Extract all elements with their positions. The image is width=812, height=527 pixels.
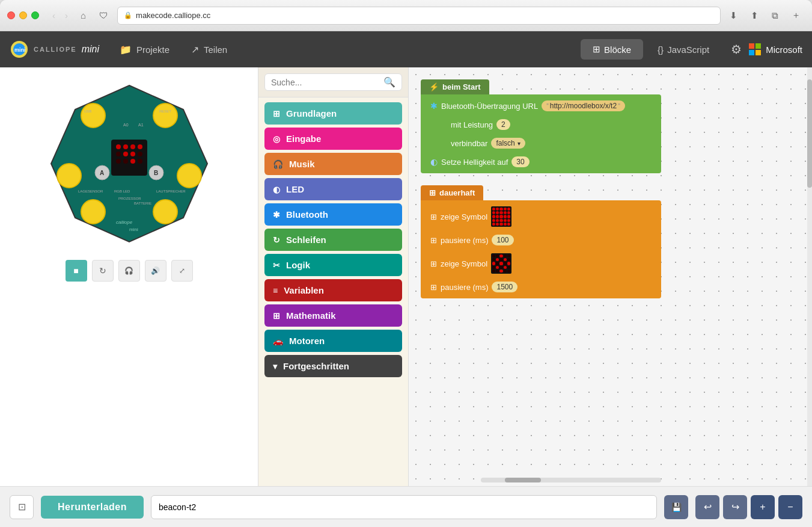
palette-panel: 🔍 ⊞ Grundlagen ◎ Eingabe 🎧 Musik [258, 67, 409, 486]
led-icon: ◐ [273, 185, 280, 194]
palette-item-musik[interactable]: 🎧 Musik [264, 153, 402, 175]
svg-point-7 [153, 200, 177, 224]
traffic-lights [7, 11, 39, 19]
svg-text:RESET: RESET [159, 109, 171, 113]
logo-area[interactable]: mini CALLIOPE mini [10, 40, 99, 59]
address-bar[interactable]: 🔒 makecode.calliope.cc [117, 7, 721, 25]
bluetooth-label: Bluetooth [286, 209, 328, 220]
search-input-wrap[interactable]: 🔍 [264, 73, 402, 91]
helligkeit-row: ◐ Setze Helligkeit auf 30 [427, 154, 655, 170]
palette-item-bluetooth[interactable]: ✱ Bluetooth [264, 203, 402, 226]
share-icon: ↗ [191, 44, 199, 55]
palette-item-mathematik[interactable]: ⊞ Mathematik [264, 304, 402, 327]
workspace: ⚡ beim Start ✱ Bluetooth-Übertragung URL… [409, 67, 812, 486]
headphones-icon: 🎧 [124, 267, 133, 275]
logik-icon: ✂ [273, 260, 280, 270]
nav-teilen[interactable]: ↗ Teilen [180, 31, 238, 67]
mathematik-label: Mathematik [286, 310, 336, 321]
browser-titlebar: ‹ › ⌂ 🛡 🔒 makecode.calliope.cc ⬇ ⬆ ⧉ ＋ [0, 0, 812, 31]
zeige-symbol-1-label: zeige Symbol [441, 212, 487, 221]
undo-button[interactable]: ↩ [695, 495, 719, 519]
bt-url-row: ✱ Bluetooth-Übertragung URL " http://moo… [427, 98, 655, 114]
bt-url-value[interactable]: " http://moodlebox/x/t2 " [542, 100, 625, 111]
pausiere-2-row: ⊞ pausiere (ms) 1500 [427, 279, 655, 295]
forward-button[interactable]: › [61, 8, 72, 22]
logo-calliope-text: CALLIOPE [34, 46, 77, 53]
herunterladen-button[interactable]: Herunterladen [41, 496, 144, 519]
helligkeit-value[interactable]: 30 [511, 156, 529, 167]
block-dauerhaft[interactable]: ⊞ dauerhaft ⊞ zeige Symbol [421, 185, 661, 298]
palette-item-schleifen[interactable]: ↻ Schleifen [264, 229, 402, 251]
add-tab-button[interactable]: ＋ [787, 7, 805, 23]
restart-button[interactable]: ↻ [92, 260, 114, 282]
fullscreen-button[interactable]: ⤢ [171, 260, 193, 282]
zeige-symbol-2-label: zeige Symbol [441, 259, 487, 268]
ms-squares-icon [749, 43, 761, 55]
sound-button[interactable]: 🔊 [145, 260, 166, 282]
headphones-button[interactable]: 🎧 [118, 260, 140, 282]
svg-point-20 [123, 159, 128, 164]
search-input[interactable] [271, 78, 380, 87]
motoren-label: Motoren [289, 336, 325, 346]
bt-symbol: ✱ [430, 101, 438, 111]
new-tab-button[interactable]: ⧉ [768, 8, 783, 23]
download-browser-button[interactable]: ⬇ [725, 8, 742, 23]
h-scrollbar[interactable] [481, 478, 661, 482]
settings-icon[interactable]: ⚙ [731, 42, 742, 57]
palette-item-grundlagen[interactable]: ⊞ Grundlagen [264, 102, 402, 125]
redo-icon: ↪ [731, 501, 739, 513]
palette-item-fortgeschritten[interactable]: ▾ Fortgeschritten [264, 355, 402, 377]
share-button[interactable]: ⬆ [746, 8, 763, 23]
v-scrollbar-thumb[interactable] [807, 79, 812, 188]
svg-point-19 [116, 159, 121, 164]
maximize-button[interactable] [31, 11, 39, 19]
microsoft-logo: Microsoft [749, 43, 802, 55]
leistung-value[interactable]: 2 [496, 119, 510, 130]
palette-item-eingabe[interactable]: ◎ Eingabe [264, 128, 402, 150]
svg-point-14 [138, 144, 142, 149]
h-scrollbar-thumb[interactable] [505, 478, 541, 482]
minimize-button[interactable] [19, 11, 27, 19]
motoren-icon: 🚗 [273, 336, 283, 346]
v-scrollbar[interactable] [807, 67, 812, 486]
svg-point-18 [138, 152, 142, 156]
shield-button[interactable]: 🛡 [95, 8, 112, 23]
bloecke-label: Blöcke [604, 45, 631, 55]
close-button[interactable] [7, 11, 15, 19]
svg-text:A: A [100, 170, 104, 176]
nav-projekte[interactable]: 📁 Projekte [109, 31, 180, 67]
musik-icon: 🎧 [273, 159, 283, 169]
back-button[interactable]: ‹ [49, 8, 59, 22]
home-button[interactable]: ⌂ [76, 8, 90, 23]
pausiere-2-value[interactable]: 1500 [492, 282, 517, 292]
svg-point-13 [130, 144, 135, 149]
palette-item-logik[interactable]: ✂ Logik [264, 254, 402, 276]
led-matrix-2[interactable] [491, 253, 511, 274]
helligkeit-label: Setze Helligkeit auf [441, 158, 508, 167]
palette-item-motoren[interactable]: 🚗 Motoren [264, 330, 402, 352]
zoom-out-button[interactable]: − [778, 495, 802, 519]
zoom-in-button[interactable]: + [751, 495, 775, 519]
redo-button[interactable]: ↪ [723, 495, 747, 519]
save-button[interactable]: 💾 [664, 495, 688, 519]
palette-item-variablen[interactable]: ≡ Variablen [264, 279, 402, 301]
pausiere-2-label: pausiere (ms) [441, 283, 488, 292]
verbindbar-value[interactable]: falsch ▾ [491, 138, 525, 149]
block-beim-start[interactable]: ⚡ beim Start ✱ Bluetooth-Übertragung URL… [421, 79, 661, 173]
tab-javascript[interactable]: {} JavaScript [646, 39, 721, 60]
sound-icon: 🔊 [151, 267, 160, 275]
svg-point-5 [153, 103, 177, 128]
dauerhaft-label: dauerhaft [439, 188, 475, 197]
led-matrix-1[interactable] [491, 206, 511, 227]
stop-button[interactable]: ■ [66, 260, 87, 282]
search-area: 🔍 [258, 67, 408, 97]
tab-bloecke[interactable]: ⊞ Blöcke [581, 39, 643, 60]
palette-item-led[interactable]: ◐ LED [264, 178, 402, 200]
svg-point-4 [81, 103, 105, 128]
search-icon: 🔍 [383, 76, 395, 88]
calliope-board: A B USB RESET LAGESENSOR LAUTSPRECHER RG… [45, 79, 213, 248]
pair-device-button[interactable]: ⊡ [10, 495, 34, 519]
project-name-input[interactable] [151, 495, 657, 519]
pausiere-1-value[interactable]: 100 [492, 235, 513, 245]
pausiere-1-label: pausiere (ms) [441, 236, 488, 245]
